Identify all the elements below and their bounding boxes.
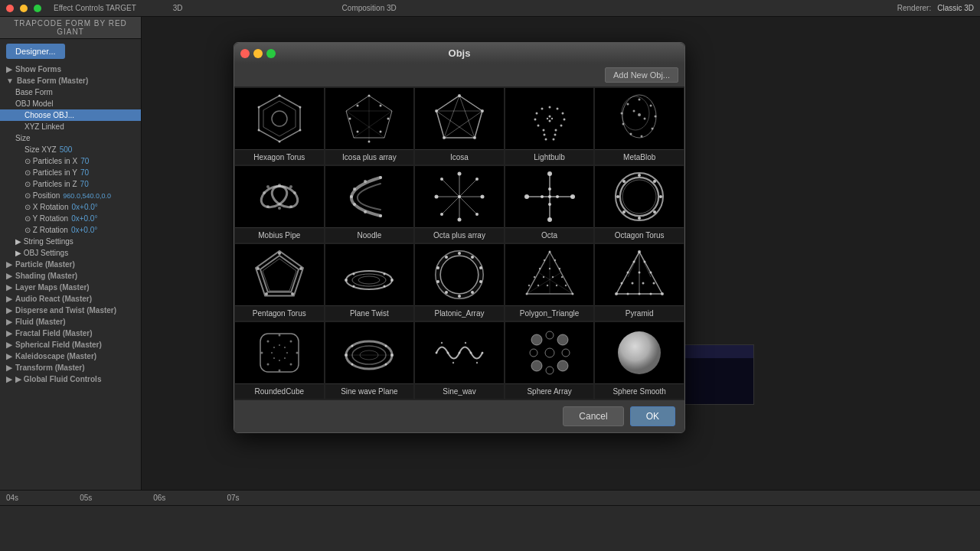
particle-master-row[interactable]: ▶Particle (Master)	[0, 259, 141, 270]
grid-item-octagon-torus[interactable]: Octagon Torus	[594, 165, 684, 243]
svg-point-51	[544, 139, 547, 141]
timeline-bar: 04s 05s 06s 07s	[0, 490, 980, 551]
grid-item-pentagon-torus[interactable]: Pentagon Torus	[234, 243, 325, 321]
svg-point-142	[438, 253, 481, 296]
grid-item-octa-plus-array[interactable]: Octa plus array	[414, 165, 505, 243]
modal-max-button[interactable]	[266, 49, 276, 58]
grid-item-icosa[interactable]: Icosa	[414, 87, 505, 165]
tab-3d[interactable]: 3D	[173, 4, 183, 12]
grid-item-octa[interactable]: Octa	[505, 165, 595, 243]
grid-item-sine-wav[interactable]: Sine_wav	[414, 321, 505, 399]
svg-point-198	[296, 352, 298, 354]
svg-point-145	[471, 256, 474, 259]
layer-maps-row[interactable]: ▶Layer Maps (Master)	[0, 282, 141, 293]
spherical-field-row[interactable]: ▶Spherical Field (Master)	[0, 339, 141, 350]
global-fluid-row[interactable]: ▶▶ Global Fluid Controls	[0, 373, 141, 385]
svg-point-105	[524, 194, 529, 199]
svg-point-115	[622, 180, 656, 214]
svg-point-11	[380, 105, 382, 107]
obj-model-label: OBJ Model	[0, 98, 141, 109]
svg-line-25	[354, 111, 392, 138]
grid-item-hexagon-torus[interactable]: Hexagon Torus	[234, 87, 325, 165]
fractal-field-row[interactable]: ▶Fractal Field (Master)	[0, 328, 141, 339]
svg-point-116	[638, 174, 641, 177]
base-form-master-row[interactable]: ▼Base Form (Master)	[0, 75, 141, 86]
grid-item-sphere-smooth[interactable]: Sphere Smooth	[594, 321, 684, 399]
svg-point-79	[278, 207, 281, 210]
svg-point-77	[293, 191, 296, 194]
shading-master-row[interactable]: ▶Shading (Master)	[0, 270, 141, 282]
grid-item-sphere-array[interactable]: Sphere Array	[505, 321, 595, 399]
size-row[interactable]: Size	[0, 132, 141, 144]
app-title: Effect Controls TARGET	[54, 4, 136, 12]
designer-button[interactable]: Designer...	[6, 44, 65, 59]
show-forms-row[interactable]: ▶Show Forms	[0, 64, 141, 75]
svg-point-207	[284, 357, 286, 359]
svg-point-160	[554, 259, 555, 261]
add-new-button[interactable]: Add New Obj...	[605, 67, 678, 83]
svg-point-229	[476, 362, 478, 364]
svg-point-208	[279, 360, 280, 361]
cancel-button[interactable]: Cancel	[563, 406, 623, 426]
svg-point-149	[458, 295, 461, 298]
choose-obj-row[interactable]: Choose OBJ...	[0, 109, 141, 121]
xyz-linked-row[interactable]: XYZ Linked	[0, 121, 141, 132]
grid-item-icosa-plus-array[interactable]: Icosa plus array	[325, 87, 415, 165]
svg-point-38	[548, 106, 550, 109]
svg-point-106	[570, 194, 575, 199]
transform-master-row[interactable]: ▶Transform (Master)	[0, 362, 141, 373]
string-settings-row[interactable]: ▶ String Settings	[0, 236, 141, 247]
position-row[interactable]: ⊙ Position 960.0,540.0,0.0	[0, 190, 141, 201]
svg-point-61	[655, 116, 657, 118]
thumb-plane-twist	[325, 244, 414, 305]
ok-button[interactable]: OK	[630, 406, 675, 426]
label-hexagon-torus: Hexagon Torus	[235, 149, 324, 165]
svg-point-129	[291, 292, 294, 295]
svg-point-78	[289, 205, 292, 208]
disperse-twist-row[interactable]: ▶Disperse and Twist (Master)	[0, 305, 141, 316]
thumb-noodle	[325, 166, 414, 227]
svg-point-165	[542, 276, 544, 278]
svg-point-221	[435, 352, 437, 354]
grid-item-lightbulb[interactable]: Lightbulb	[505, 87, 595, 165]
min-dot[interactable]	[20, 5, 28, 12]
particles-x-row[interactable]: ⊙ Particles in X 70	[0, 155, 141, 167]
svg-point-136	[345, 279, 348, 282]
svg-point-73	[263, 191, 266, 194]
kaleidoscape-row[interactable]: ▶Kaleidoscape (Master)	[0, 350, 141, 362]
grid-item-mobius-pipe[interactable]: Mobius Pipe	[234, 165, 325, 243]
y-rotation-row[interactable]: ⊙ Y Rotation 0x+0.0°	[0, 213, 141, 224]
x-rotation-row[interactable]: ⊙ X Rotation 0x+0.0°	[0, 201, 141, 213]
svg-line-26	[346, 111, 384, 138]
modal-close-button[interactable]	[240, 49, 250, 58]
svg-point-222	[446, 352, 449, 354]
fluid-master-row[interactable]: ▶Fluid (Master)	[0, 316, 141, 328]
modal-min-button[interactable]	[253, 49, 263, 58]
base-form-row[interactable]: Base Form	[0, 86, 141, 98]
max-dot[interactable]	[34, 5, 41, 12]
particles-z-row[interactable]: ⊙ Particles in Z 70	[0, 178, 141, 190]
svg-point-197	[289, 341, 292, 343]
svg-point-10	[357, 105, 359, 107]
grid-item-plane-twist[interactable]: Plane Twist	[325, 243, 415, 321]
grid-item-pyramid[interactable]: Pyramid	[594, 243, 684, 321]
label-sine-wav: Sine_wav	[415, 383, 504, 399]
svg-point-64	[630, 133, 632, 135]
svg-line-19	[384, 111, 392, 138]
z-rotation-row[interactable]: ⊙ Z Rotation 0x+0.0°	[0, 224, 141, 236]
svg-point-226	[441, 342, 443, 344]
grid-item-platonic-array[interactable]: Platonic_Array	[414, 243, 505, 321]
grid-item-sine-wave-plane[interactable]: Sine wave Plane	[325, 321, 415, 399]
svg-point-174	[571, 293, 573, 295]
grid-item-rounded-cube[interactable]: RoundedCube	[234, 321, 325, 399]
obj-settings-row[interactable]: ▶ OBJ Settings	[0, 247, 141, 259]
grid-item-polygon-triangle[interactable]: Polygon_Triangle	[505, 243, 595, 321]
close-dot[interactable]	[6, 5, 14, 12]
size-xyz-row[interactable]: Size XYZ 500	[0, 144, 141, 155]
audio-react-row[interactable]: ▶Audio React (Master)	[0, 293, 141, 305]
timeline-time-04: 04s	[6, 494, 18, 502]
svg-point-121	[622, 210, 626, 214]
particles-y-row[interactable]: ⊙ Particles in Y 70	[0, 167, 141, 178]
grid-item-metablob[interactable]: MetaBlob	[594, 87, 684, 165]
grid-item-noodle[interactable]: Noodle	[325, 165, 415, 243]
